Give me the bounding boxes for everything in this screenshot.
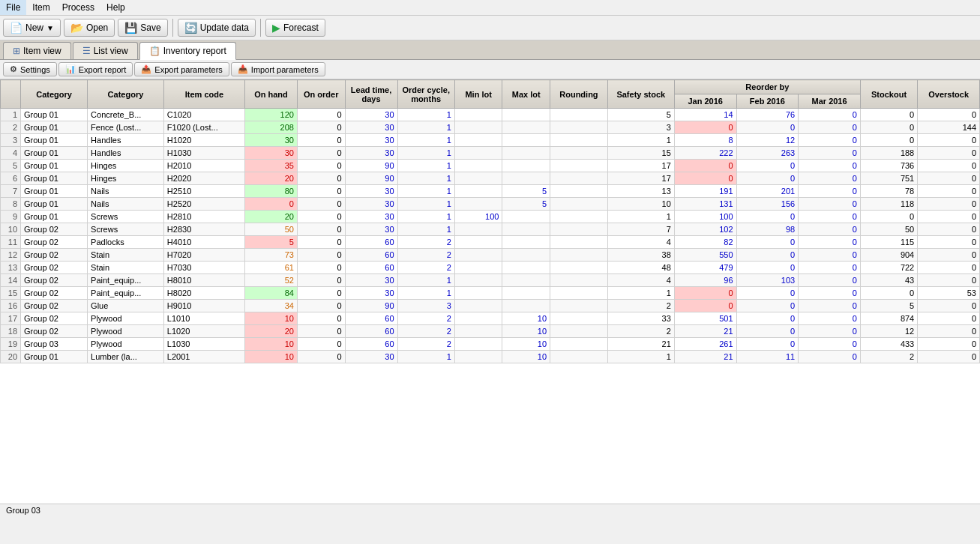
table-row[interactable]: 10Group 02ScrewsH28305003017102980500 [1,223,980,236]
table-row[interactable]: 6Group 01HingesH2020200901170007510 [1,172,980,185]
export-params-icon: 📤 [141,64,151,74]
cell-jan: 0 [674,160,736,172]
cell-jan: 21 [674,351,736,363]
cell-mar: 0 [799,312,861,325]
cell-order-cycle: 1 [397,351,454,363]
forecast-button[interactable]: ▶ Forecast [265,19,325,37]
item-view-icon: ⊞ [13,46,20,56]
cell-on-order: 0 [297,147,345,160]
cell-cat1: Group 01 [21,109,88,121]
table-row[interactable]: 8Group 01NailsH25200030151013115601180 [1,198,980,211]
cell-on-order: 0 [297,198,345,211]
cell-rounding [550,325,608,338]
cell-lead-time: 30 [345,134,397,147]
menu-help[interactable]: Help [100,0,131,15]
table-row[interactable]: 9Group 01ScrewsH281020030110011000000 [1,211,980,223]
table-row[interactable]: 18Group 02PlywoodL10202006021022100120 [1,325,980,338]
cell-stockout: 0 [860,211,917,223]
cell-num: 4 [1,147,21,160]
cell-max-lot [502,287,550,300]
cell-num: 13 [1,262,21,274]
save-button[interactable]: 💾 Save [118,19,167,37]
cell-overstock: 0 [918,211,980,223]
cell-feb: 0 [736,249,799,262]
tab-item-view[interactable]: ⊞ Item view [3,42,71,59]
cell-cat2: Handles [88,134,164,147]
cell-feb: 0 [736,338,799,351]
toolbar-separator-2 [260,19,261,37]
table-row[interactable]: 2Group 01Fence (Lost...F1020 (Lost...208… [1,121,980,134]
cell-feb: 0 [736,160,799,172]
table-row[interactable]: 11Group 02PadlocksH401050602482001150 [1,236,980,249]
cell-overstock: 0 [918,109,980,121]
cell-lead-time: 30 [345,185,397,198]
tab-inventory-report[interactable]: 📋 Inventory report [139,42,236,60]
tab-list-view[interactable]: ☰ List view [73,42,138,59]
cell-overstock: 0 [918,134,980,147]
new-dropdown-icon[interactable]: ▼ [46,24,54,32]
cell-lead-time: 60 [345,236,397,249]
cell-max-lot [502,109,550,121]
cell-overstock: 0 [918,325,980,338]
cell-safety-stock: 7 [607,223,674,236]
cell-cat2: Hinges [88,172,164,185]
menu-item[interactable]: Item [26,0,55,15]
table-row[interactable]: 19Group 03PlywoodL1030100602102126100433… [1,338,980,351]
cell-lead-time: 30 [345,147,397,160]
cell-max-lot [502,262,550,274]
cell-safety-stock: 1 [607,351,674,363]
cell-mar: 0 [799,185,861,198]
table-row[interactable]: 17Group 02PlywoodL1010100602103350100874… [1,312,980,325]
export-params-button[interactable]: 📤 Export parameters [134,62,229,76]
cell-min-lot [454,351,502,363]
cell-order-cycle: 2 [397,325,454,338]
cell-lead-time: 90 [345,172,397,185]
table-row[interactable]: 12Group 02StainH702073060238550009040 [1,249,980,262]
cell-num: 2 [1,121,21,134]
new-button[interactable]: 📄 New ▼ [3,19,61,37]
menu-file[interactable]: File [0,0,26,15]
settings-button[interactable]: ⚙ Settings [3,62,57,76]
cell-order-cycle: 2 [397,236,454,249]
table-row[interactable]: 14Group 02Paint_equip...H801052030149610… [1,274,980,287]
table-row[interactable]: 20Group 01Lumber (la...L2001100301101211… [1,351,980,363]
cell-item-code: H1030 [163,147,244,160]
cell-rounding [550,249,608,262]
table-row[interactable]: 4Group 01HandlesH10303003011522226301880 [1,147,980,160]
cell-cat2: Screws [88,223,164,236]
table-row[interactable]: 7Group 01NailsH25108003015131912010780 [1,185,980,198]
inventory-report-icon: 📋 [149,46,160,56]
cell-jan: 0 [674,287,736,300]
cell-cat1: Group 01 [21,160,88,172]
cell-rounding [550,223,608,236]
cell-cat1: Group 02 [21,249,88,262]
cell-max-lot: 10 [502,351,550,363]
export-report-button[interactable]: 📊 Export report [58,62,133,76]
cell-stockout: 5 [860,300,917,312]
table-row[interactable]: 5Group 01HingesH2010350901170007360 [1,160,980,172]
table-row[interactable]: 16Group 02GlueH9010340903200050 [1,300,980,312]
cell-mar: 0 [799,338,861,351]
cell-item-code: H7030 [163,262,244,274]
cell-cat2: Plywood [88,338,164,351]
import-params-button[interactable]: 📥 Import parameters [231,62,325,76]
table-container[interactable]: Category Category Item code On hand On o… [0,79,980,504]
table-row[interactable]: 15Group 02Paint_equip...H802084030110000… [1,287,980,300]
col-item-code: Item code [163,80,244,109]
cell-cat1: Group 02 [21,300,88,312]
inventory-table: Category Category Item code On hand On o… [0,79,980,363]
table-row[interactable]: 1Group 01Concrete_B...C10201200301514760… [1,109,980,121]
cell-rounding [550,172,608,185]
cell-lead-time: 30 [345,287,397,300]
table-row[interactable]: 3Group 01HandlesH10203003011812000 [1,134,980,147]
menu-process[interactable]: Process [56,0,100,15]
table-row[interactable]: 13Group 02StainH703061060248479007220 [1,262,980,274]
update-button[interactable]: 🔄 Update data [178,19,256,37]
open-label: Open [86,22,108,33]
cell-cat2: Lumber (la... [88,351,164,363]
col-jan: Jan 2016 [674,94,736,109]
open-button[interactable]: 📂 Open [64,19,115,37]
cell-stockout: 751 [860,172,917,185]
cell-jan: 0 [674,300,736,312]
cell-lead-time: 90 [345,300,397,312]
